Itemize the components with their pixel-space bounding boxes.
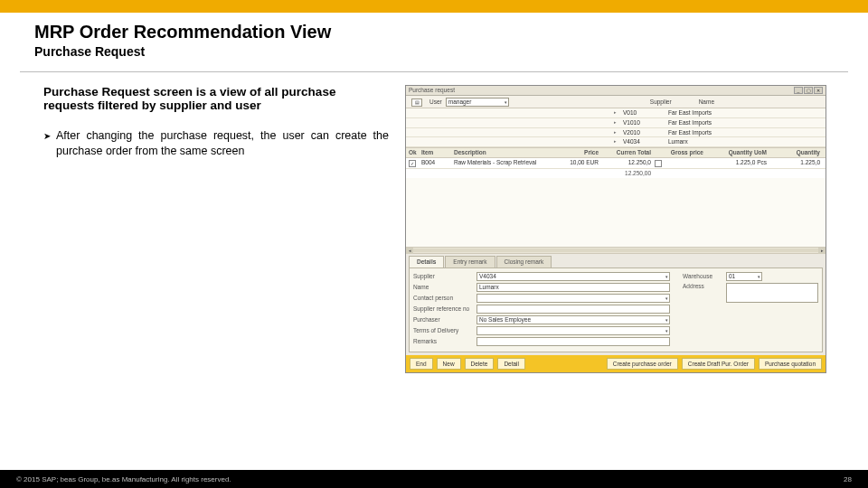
col-price: Price	[553, 149, 602, 156]
cell-item: B004	[421, 159, 454, 167]
window-titlebar: Purchase request _ ▢ ✕	[406, 86, 826, 96]
chevron-right-icon: ➤	[43, 130, 51, 159]
slide-subtitle: Purchase Request	[34, 44, 868, 59]
maximize-icon[interactable]: ▢	[804, 87, 813, 94]
expand-icon[interactable]: ▸	[614, 138, 623, 145]
slide-title: MRP Order Recommendation View	[34, 22, 868, 42]
remarks-field[interactable]	[476, 337, 670, 346]
name-field[interactable]: Lumarx	[476, 283, 670, 292]
details-panel: SupplierV4034 NameLumarx Contact person …	[409, 267, 823, 352]
name-filter-label: Name	[699, 99, 714, 106]
col-qty-uom: Quantity UoM	[707, 149, 770, 156]
expand-icon[interactable]: ▸	[614, 129, 623, 136]
supplier-filter-label: Supplier	[650, 99, 672, 106]
cell-qty-uom: 1.225,0 Pcs	[707, 159, 770, 167]
address-field[interactable]	[726, 283, 818, 303]
col-curren-total: Curren Total	[602, 149, 655, 156]
cell-description: Raw Materials - Scrap Retrieval	[454, 159, 553, 167]
supplier-list: ▸V010Far East Imports ▸V1010Far East Imp…	[406, 108, 826, 147]
purchaser-label: Purchaser	[413, 316, 476, 324]
filter-bar: ▤ User manager Supplier Name	[406, 96, 826, 108]
end-button[interactable]: End	[410, 358, 433, 371]
bullet-text: After changing the purchase request, the…	[56, 128, 389, 159]
supplier-row[interactable]: ▸V1010Far East Imports	[406, 118, 826, 128]
user-select[interactable]: manager	[446, 98, 509, 107]
purchaser-field[interactable]: No Sales Employee	[476, 315, 670, 324]
create-purchase-order-button[interactable]: Create purchase order	[607, 358, 678, 371]
horizontal-scrollbar[interactable]: ◂ ▸	[406, 247, 826, 253]
tab-closing-remark[interactable]: Closing remark	[496, 256, 552, 267]
tab-entry-remark[interactable]: Entry remark	[445, 256, 495, 267]
col-ok: Ok	[409, 149, 421, 156]
col-gross-price: Gross price	[655, 149, 707, 156]
supplier-ref-field[interactable]	[476, 305, 670, 314]
copyright-text: © 2015 SAP; beas Group, be.as Manufactur…	[16, 475, 231, 483]
tab-details[interactable]: Details	[409, 256, 444, 267]
close-icon[interactable]: ✕	[814, 87, 823, 94]
remarks-label: Remarks	[413, 338, 476, 345]
cell-price: 10,00 EUR	[553, 159, 602, 167]
name-label: Name	[413, 284, 476, 291]
warehouse-label: Warehouse	[683, 273, 726, 280]
detail-tabs: Details Entry remark Closing remark	[406, 253, 826, 267]
action-button-bar: End New Delete Detail Create purchase or…	[406, 355, 826, 373]
contact-field[interactable]	[476, 294, 670, 303]
window-title: Purchase request	[409, 87, 793, 94]
supplier-row[interactable]: ▸V2010Far East Imports	[406, 128, 826, 138]
grid-sum-row: 12.250,00	[406, 169, 826, 178]
page-number: 28	[844, 475, 852, 483]
slide-intro: Purchase Request screen is a view of all…	[43, 85, 389, 112]
items-grid-header: Ok Item Description Price Curren Total G…	[406, 147, 826, 158]
bullet-item: ➤ After changing the purchase request, t…	[43, 128, 389, 159]
warehouse-field[interactable]: 01	[726, 272, 762, 281]
expand-icon[interactable]: ▸	[614, 109, 623, 117]
supplier-row[interactable]: ▸V010Far East Imports	[406, 108, 826, 118]
create-draft-po-button[interactable]: Create Draft Pur. Order	[682, 358, 755, 371]
slide-accent-bar	[0, 0, 868, 13]
contact-label: Contact person	[413, 295, 476, 302]
terms-label: Terms of Delivery	[413, 327, 476, 334]
grid-sum-value: 12.250,00	[602, 170, 655, 177]
user-label: User	[429, 99, 442, 106]
filter-toggle-icon[interactable]: ▤	[411, 99, 422, 107]
app-screenshot: Purchase request _ ▢ ✕ ▤ User manager Su…	[405, 85, 830, 373]
grid-empty-area	[406, 178, 826, 247]
col-description: Description	[454, 149, 553, 156]
delete-button[interactable]: Delete	[465, 358, 495, 371]
cell-total: 12.250,0	[602, 159, 655, 167]
expand-icon[interactable]: ▸	[614, 119, 623, 127]
supplier-label: Supplier	[413, 273, 476, 280]
item-row[interactable]: ✓ B004 Raw Materials - Scrap Retrieval 1…	[406, 158, 826, 169]
minimize-icon[interactable]: _	[794, 87, 803, 94]
new-button[interactable]: New	[437, 358, 461, 371]
scroll-right-icon[interactable]: ▸	[818, 248, 826, 254]
supplier-field[interactable]: V4034	[476, 272, 670, 281]
supplier-ref-label: Supplier reference no	[413, 305, 476, 313]
scroll-left-icon[interactable]: ◂	[406, 248, 413, 254]
detail-button[interactable]: Detail	[497, 358, 525, 371]
terms-field[interactable]	[476, 326, 670, 335]
col-item: Item	[421, 149, 454, 156]
cell-quantity: 1.225,0	[770, 159, 823, 167]
slide-heading-block: MRP Order Recommendation View Purchase R…	[0, 13, 868, 64]
row-checkbox[interactable]: ✓	[409, 160, 416, 167]
col-quantity: Quantity	[770, 149, 823, 156]
address-label: Address	[683, 283, 726, 290]
supplier-row[interactable]: ▸V4034Lumarx	[406, 137, 826, 147]
gross-checkbox[interactable]	[655, 160, 662, 167]
purchase-quotation-button[interactable]: Purchase quotation	[759, 358, 822, 371]
slide-footer: © 2015 SAP; beas Group, be.as Manufactur…	[0, 470, 868, 488]
